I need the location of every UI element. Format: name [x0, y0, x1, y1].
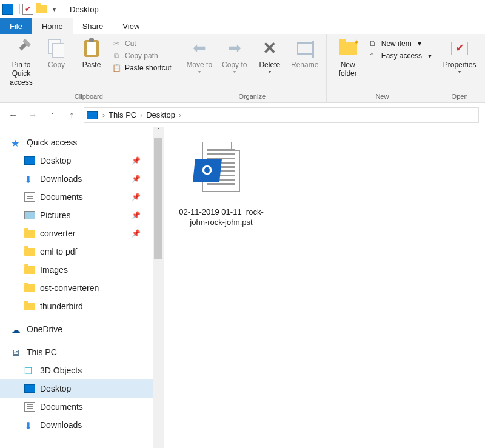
breadcrumb[interactable]: › This PC › Desktop › [84, 107, 479, 123]
nav-pictures[interactable]: Pictures📌 [0, 206, 153, 224]
scroll-up-icon[interactable]: ˄ [153, 127, 164, 138]
file-item-pst[interactable]: O 02-11-2019 01-11_rock-john-rock-john.p… [176, 142, 267, 228]
pin-icon: 📌 [132, 211, 141, 219]
download-icon: ⬇ [24, 174, 35, 184]
ribbon-group-organize: ⬅ Move to▾ ⬅ Copy to▾ ✕ Delete▾ Rename O… [178, 34, 327, 102]
cloud-icon: ☁ [11, 324, 22, 334]
tab-view[interactable]: View [113, 18, 149, 34]
copy-path-button[interactable]: ⧉Copy path [112, 51, 172, 61]
forward-button[interactable]: → [25, 108, 40, 122]
folder-icon [36, 5, 47, 13]
nav-images[interactable]: Images [0, 261, 153, 279]
copy-button[interactable]: Copy [39, 36, 74, 72]
pin-icon [11, 38, 32, 59]
delete-icon: ✕ [260, 39, 279, 58]
group-label: Open [442, 93, 477, 101]
nav-onedrive[interactable]: ☁OneDrive [0, 320, 153, 338]
new-item-button[interactable]: 🗋New item▾ [368, 39, 432, 48]
paste-icon [84, 40, 99, 57]
nav-documents[interactable]: Documents📌 [0, 188, 153, 206]
3d-objects-icon: ❒ [24, 366, 35, 375]
outlook-pst-icon: O [194, 142, 249, 202]
breadcrumb-this-pc[interactable]: This PC [106, 110, 139, 119]
ribbon-group-new: New folder 🗋New item▾ 🗀Easy access▾ New [327, 34, 438, 102]
document-icon [24, 402, 35, 412]
pin-icon: 📌 [132, 193, 141, 201]
chevron-right-icon[interactable]: › [178, 111, 182, 119]
pin-icon: 📌 [132, 229, 141, 238]
title-bar: ✔ ▾ Desktop [0, 0, 485, 18]
paste-button[interactable]: Paste [74, 36, 109, 72]
nav-converter[interactable]: converter📌 [0, 224, 153, 242]
tab-home[interactable]: Home [32, 18, 73, 34]
pin-icon: 📌 [132, 175, 141, 183]
nav-quick-access[interactable]: ★Quick access [0, 133, 153, 152]
nav-desktop[interactable]: Desktop📌 [0, 152, 153, 170]
properties-icon[interactable]: ✔ [22, 4, 33, 15]
chevron-right-icon[interactable]: › [139, 111, 144, 119]
nav-eml-to-pdf[interactable]: eml to pdf [0, 242, 153, 261]
breadcrumb-desktop[interactable]: Desktop [144, 110, 178, 119]
address-bar: ← → ˅ ↑ › This PC › Desktop › [0, 103, 485, 127]
ribbon-group-open: ✔ Properties▾ Open [438, 34, 481, 102]
properties-button[interactable]: ✔ Properties▾ [442, 36, 477, 78]
move-to-icon: ⬅ [190, 39, 209, 58]
pc-icon: 🖥 [11, 347, 22, 357]
scroll-thumb[interactable] [154, 138, 162, 259]
easy-access-icon: 🗀 [368, 51, 378, 61]
nav-this-pc[interactable]: 🖥This PC [0, 343, 153, 361]
back-button[interactable]: ← [6, 108, 21, 122]
star-icon: ★ [11, 138, 22, 147]
pictures-icon [24, 211, 35, 219]
paste-shortcut-icon: 📋 [112, 63, 121, 73]
download-icon: ⬇ [24, 420, 35, 430]
properties-icon: ✔ [451, 42, 468, 55]
up-button[interactable]: ↑ [64, 108, 79, 122]
ribbon-group-clipboard: Pin to Quick access Copy Paste ✂Cut ⧉Cop… [0, 34, 178, 102]
nav-ost-converteren[interactable]: ost-converteren [0, 279, 153, 297]
chevron-right-icon[interactable]: › [101, 111, 106, 119]
cut-icon: ✂ [112, 39, 121, 48]
rename-button[interactable]: Rename [287, 36, 323, 72]
folder-icon [24, 303, 35, 310]
desktop-icon [24, 384, 35, 393]
group-label: New [330, 93, 434, 101]
window-title: Desktop [70, 5, 99, 14]
separator [19, 4, 20, 14]
copy-icon [48, 39, 64, 58]
nav-documents-thispc[interactable]: Documents [0, 398, 153, 416]
main-area: ★Quick access Desktop📌 ⬇Downloads📌 Docum… [0, 127, 485, 448]
nav-thunderbird[interactable]: thunderbird [0, 297, 153, 315]
group-label: Organize [182, 93, 323, 101]
rename-icon [297, 42, 313, 55]
recent-locations-button[interactable]: ˅ [45, 108, 59, 122]
copy-to-icon: ⬅ [225, 39, 244, 58]
system-icon [2, 4, 13, 15]
new-folder-button[interactable]: New folder [330, 36, 366, 81]
move-to-button[interactable]: ⬅ Move to▾ [182, 36, 217, 78]
navigation-pane: ★Quick access Desktop📌 ⬇Downloads📌 Docum… [0, 127, 153, 448]
folder-icon [24, 284, 35, 292]
quick-access-dropdown-icon[interactable]: ▾ [53, 6, 56, 13]
copy-to-button[interactable]: ⬅ Copy to▾ [217, 36, 252, 78]
paste-shortcut-button[interactable]: 📋Paste shortcut [112, 63, 172, 73]
copy-path-icon: ⧉ [112, 51, 121, 61]
easy-access-button[interactable]: 🗀Easy access▾ [368, 51, 432, 61]
nav-downloads-thispc[interactable]: ⬇Downloads [0, 416, 153, 434]
ribbon-tabs: File Home Share View [0, 18, 485, 34]
delete-button[interactable]: ✕ Delete▾ [252, 36, 287, 78]
pin-to-quick-access-button[interactable]: Pin to Quick access [4, 36, 39, 89]
separator [62, 4, 62, 14]
nav-scrollbar[interactable]: ˄ [153, 127, 164, 448]
nav-desktop-thispc[interactable]: Desktop [0, 379, 153, 398]
content-pane[interactable]: O 02-11-2019 01-11_rock-john-rock-john.p… [164, 127, 485, 448]
nav-3d-objects[interactable]: ❒3D Objects [0, 361, 153, 379]
folder-icon [24, 230, 35, 238]
ribbon: Pin to Quick access Copy Paste ✂Cut ⧉Cop… [0, 34, 485, 103]
folder-icon [24, 248, 35, 256]
new-item-icon: 🗋 [368, 39, 378, 48]
nav-downloads[interactable]: ⬇Downloads📌 [0, 170, 153, 188]
cut-button[interactable]: ✂Cut [112, 39, 172, 48]
tab-share[interactable]: Share [73, 18, 113, 34]
tab-file[interactable]: File [0, 18, 32, 34]
